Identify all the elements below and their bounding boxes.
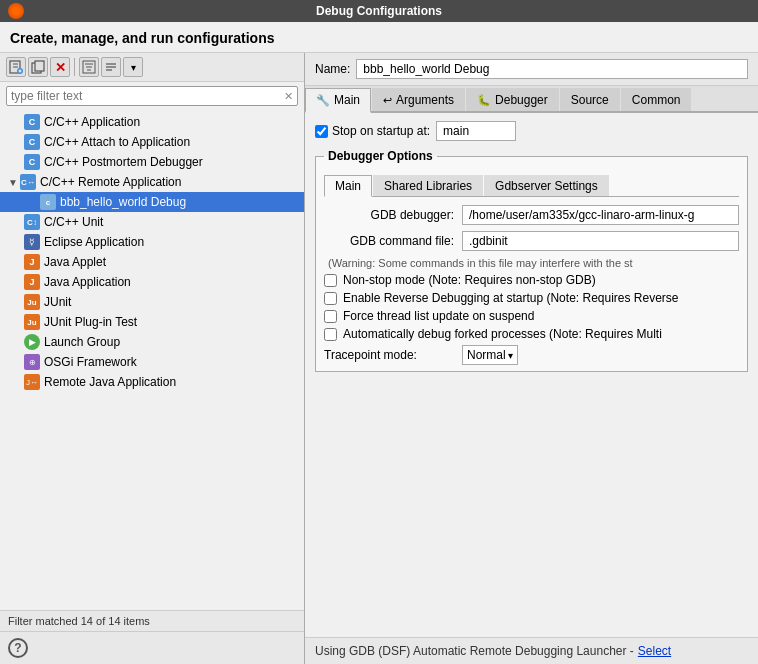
list-item[interactable]: C C/C++ Postmortem Debugger bbox=[0, 152, 304, 172]
osgi-icon: ⊕ bbox=[24, 354, 40, 370]
non-stop-row: Non-stop mode (Note: Requires non-stop G… bbox=[324, 273, 739, 287]
junit-plugin-icon: Ju bbox=[24, 314, 40, 330]
list-item[interactable]: J Java Applet bbox=[0, 252, 304, 272]
right-panel: Name: 🔧 Main ↩ Arguments 🐛 Debugger bbox=[305, 53, 758, 664]
list-item[interactable]: Ju JUnit Plug-in Test bbox=[0, 312, 304, 332]
rjava-icon: J↔ bbox=[24, 374, 40, 390]
non-stop-checkbox[interactable] bbox=[324, 274, 337, 287]
sub-tab-shared-libs[interactable]: Shared Libraries bbox=[373, 175, 483, 196]
startup-value-input[interactable] bbox=[436, 121, 516, 141]
name-label: Name: bbox=[315, 62, 350, 76]
stop-startup-label: Stop on startup at: bbox=[315, 124, 430, 138]
tracepoint-label: Tracepoint mode: bbox=[324, 348, 454, 362]
page-header: Create, manage, and run configurations bbox=[0, 22, 758, 53]
bbb-hello-item[interactable]: c bbb_hello_world Debug bbox=[0, 192, 304, 212]
right-content: Stop on startup at: Debugger Options Mai… bbox=[305, 113, 758, 637]
debugger-tab-icon: 🐛 bbox=[477, 94, 491, 107]
eclipse-icon: ☿ bbox=[24, 234, 40, 250]
filter-button[interactable] bbox=[79, 57, 99, 77]
auto-fork-checkbox[interactable] bbox=[324, 328, 337, 341]
tab-main[interactable]: 🔧 Main bbox=[305, 88, 371, 113]
gdb-debugger-row: GDB debugger: /home/user/am335x/gcc-lina… bbox=[324, 205, 739, 225]
toolbar: ✕ ▾ bbox=[0, 53, 304, 82]
new-config-button[interactable] bbox=[6, 57, 26, 77]
left-panel: ✕ ▾ ✕ C C/C+ bbox=[0, 53, 305, 664]
force-thread-checkbox[interactable] bbox=[324, 310, 337, 323]
cpp-icon: C bbox=[24, 134, 40, 150]
cpp-remote-icon: C↔ bbox=[20, 174, 36, 190]
tab-common[interactable]: Common bbox=[621, 88, 692, 111]
arguments-tab-icon: ↩ bbox=[383, 94, 392, 107]
sub-tab-main[interactable]: Main bbox=[324, 175, 372, 197]
tracepoint-row: Tracepoint mode: Normal ▾ bbox=[324, 345, 739, 365]
list-item[interactable]: C C/C++ Application bbox=[0, 112, 304, 132]
window-title: Debug Configurations bbox=[316, 4, 442, 18]
filter-input[interactable] bbox=[11, 89, 284, 103]
duplicate-button[interactable] bbox=[28, 57, 48, 77]
bottom-bar: Using GDB (DSF) Automatic Remote Debuggi… bbox=[305, 637, 758, 664]
svg-rect-7 bbox=[35, 61, 44, 71]
gdb-command-value: .gdbinit bbox=[462, 231, 739, 251]
app-icon bbox=[8, 3, 24, 19]
java-icon: J bbox=[24, 274, 40, 290]
content-area: ✕ ▾ ✕ C C/C+ bbox=[0, 53, 758, 664]
select-launcher-link[interactable]: Select bbox=[638, 644, 671, 658]
gdb-debugger-label: GDB debugger: bbox=[324, 208, 454, 222]
sub-tab-gdbserver[interactable]: Gdbserver Settings bbox=[484, 175, 609, 196]
warning-text: (Warning: Some commands in this file may… bbox=[324, 257, 739, 269]
delete-button[interactable]: ✕ bbox=[50, 57, 70, 77]
list-item[interactable]: J Java Application bbox=[0, 272, 304, 292]
name-input[interactable] bbox=[356, 59, 748, 79]
help-button[interactable]: ? bbox=[8, 638, 28, 658]
launch-icon: ▶ bbox=[24, 334, 40, 350]
list-item[interactable]: ⊕ OSGi Framework bbox=[0, 352, 304, 372]
filter-box: ✕ bbox=[6, 86, 298, 106]
main-tab-icon: 🔧 bbox=[316, 94, 330, 107]
gdb-command-file-row: GDB command file: .gdbinit bbox=[324, 231, 739, 251]
filter-clear-icon[interactable]: ✕ bbox=[284, 90, 293, 103]
expand-icon: ▼ bbox=[8, 177, 20, 188]
cpp-unit-icon: C↕ bbox=[24, 214, 40, 230]
name-row: Name: bbox=[305, 53, 758, 86]
configuration-tree: C C/C++ Application C C/C++ Attach to Ap… bbox=[0, 110, 304, 610]
debugger-options-group: Debugger Options Main Shared Libraries G… bbox=[315, 149, 748, 372]
list-item[interactable]: Ju JUnit bbox=[0, 292, 304, 312]
list-item[interactable]: ▶ Launch Group bbox=[0, 332, 304, 352]
tab-arguments[interactable]: ↩ Arguments bbox=[372, 88, 465, 111]
title-bar: Debug Configurations bbox=[0, 0, 758, 22]
reverse-debug-row: Enable Reverse Debugging at startup (Not… bbox=[324, 291, 739, 305]
toolbar-separator bbox=[74, 58, 75, 76]
cpp-icon: C bbox=[24, 114, 40, 130]
list-item[interactable]: ☿ Eclipse Application bbox=[0, 232, 304, 252]
group-legend: Debugger Options bbox=[324, 149, 437, 163]
gdb-debugger-value: /home/user/am335x/gcc-linaro-arm-linux-g bbox=[462, 205, 739, 225]
sub-tabs: Main Shared Libraries Gdbserver Settings bbox=[324, 175, 739, 197]
tracepoint-select[interactable]: Normal ▾ bbox=[462, 345, 518, 365]
c-small-icon: c bbox=[40, 194, 56, 210]
filter-status: Filter matched 14 of 14 items bbox=[0, 610, 304, 631]
help-area: ? bbox=[0, 631, 304, 664]
stop-startup-checkbox[interactable] bbox=[315, 125, 328, 138]
cpp-icon: C bbox=[24, 154, 40, 170]
main-container: Create, manage, and run configurations ✕ bbox=[0, 22, 758, 664]
tab-debugger[interactable]: 🐛 Debugger bbox=[466, 88, 559, 111]
junit-icon: Ju bbox=[24, 294, 40, 310]
tab-source[interactable]: Source bbox=[560, 88, 620, 111]
tabs-row: 🔧 Main ↩ Arguments 🐛 Debugger Source Com… bbox=[305, 86, 758, 113]
select-arrow-icon: ▾ bbox=[508, 350, 513, 361]
collapse-button[interactable] bbox=[101, 57, 121, 77]
cpp-remote-item[interactable]: ▼ C↔ C/C++ Remote Application bbox=[0, 172, 304, 192]
list-item[interactable]: J↔ Remote Java Application bbox=[0, 372, 304, 392]
reverse-debug-checkbox[interactable] bbox=[324, 292, 337, 305]
force-thread-row: Force thread list update on suspend bbox=[324, 309, 739, 323]
java-icon: J bbox=[24, 254, 40, 270]
menu-dropdown-button[interactable]: ▾ bbox=[123, 57, 143, 77]
list-item[interactable]: C C/C++ Attach to Application bbox=[0, 132, 304, 152]
list-item[interactable]: C↕ C/C++ Unit bbox=[0, 212, 304, 232]
stop-startup-row: Stop on startup at: bbox=[315, 121, 748, 141]
gdb-command-label: GDB command file: bbox=[324, 234, 454, 248]
auto-fork-row: Automatically debug forked processes (No… bbox=[324, 327, 739, 341]
